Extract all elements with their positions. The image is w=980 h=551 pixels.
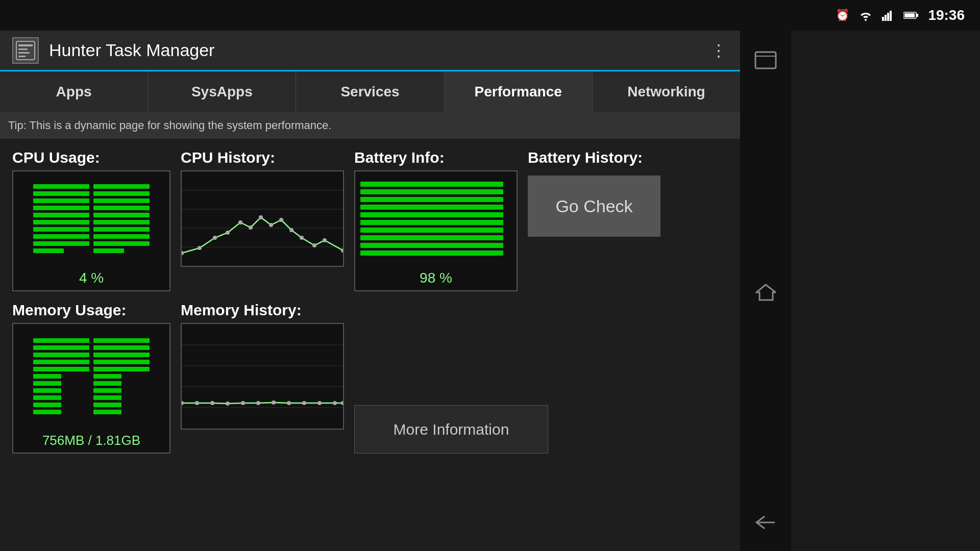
battery-info-section: Battery Info: 98 % <box>354 149 518 291</box>
title-bar: Hunter Task Manager ⋮ <box>0 31 740 71</box>
svg-point-29 <box>312 243 316 247</box>
battery-bar <box>360 220 503 225</box>
memory-bar <box>93 338 150 343</box>
cpu-percent: 4 % <box>13 266 169 290</box>
content: CPU Usage: <box>0 139 740 551</box>
svg-point-46 <box>317 401 322 405</box>
battery-info-widget: 98 % <box>354 170 518 291</box>
memory-bar <box>33 381 61 386</box>
memory-bar <box>33 338 89 343</box>
svg-rect-12 <box>18 56 26 57</box>
svg-point-41 <box>241 401 245 405</box>
svg-point-45 <box>302 401 306 405</box>
svg-point-30 <box>323 238 327 242</box>
cpu-history-section: CPU History: <box>181 149 344 291</box>
memory-value: 756MB / 1.81GB <box>13 429 169 453</box>
battery-icon <box>903 11 919 20</box>
battery-bar <box>360 235 503 240</box>
svg-point-42 <box>256 401 260 405</box>
memory-history-widget <box>181 323 344 430</box>
memory-bar <box>33 403 61 407</box>
app-area: Hunter Task Manager ⋮ Apps SysApps Servi… <box>0 31 740 551</box>
app-title: Hunter Task Manager <box>49 40 710 60</box>
battery-bar <box>360 228 503 233</box>
status-bar: ⏰ 19:36 <box>0 0 980 31</box>
svg-point-26 <box>279 218 283 222</box>
memory-bar <box>93 374 121 379</box>
memory-bar <box>93 381 121 386</box>
svg-point-25 <box>269 223 273 227</box>
tip-bar: Tip: This is a dynamic page for showing … <box>0 112 740 139</box>
memory-bar <box>33 353 89 357</box>
memory-bar <box>93 367 150 371</box>
cpu-bar <box>93 227 150 232</box>
tab-performance[interactable]: Performance <box>445 71 593 112</box>
alarm-icon: ⏰ <box>836 9 849 22</box>
tab-apps[interactable]: Apps <box>0 71 148 112</box>
memory-bar <box>33 345 89 350</box>
battery-bar <box>360 251 503 256</box>
cpu-usage-section: CPU Usage: <box>12 149 170 291</box>
battery-bar <box>360 205 503 210</box>
memory-usage-label: Memory Usage: <box>12 302 170 319</box>
status-time: 19:36 <box>928 7 965 23</box>
right-sidebar <box>740 31 791 551</box>
tab-sysapps[interactable]: SysApps <box>148 71 296 112</box>
svg-point-21 <box>226 231 230 235</box>
memory-bar <box>93 410 121 414</box>
cpu-bar <box>33 227 89 232</box>
svg-rect-6 <box>916 14 918 17</box>
memory-bar <box>33 360 89 364</box>
cpu-bar <box>93 191 150 196</box>
svg-rect-1 <box>882 17 884 21</box>
go-check-button[interactable]: Go Check <box>528 176 660 237</box>
memory-bar <box>33 410 61 414</box>
cpu-bar <box>93 206 150 210</box>
memory-usage-widget: 756MB / 1.81GB <box>12 323 170 454</box>
battery-bar <box>360 243 503 248</box>
battery-bar <box>360 189 503 194</box>
cpu-history-chart <box>182 171 343 266</box>
tip-text: Tip: This is a dynamic page for showing … <box>8 119 331 132</box>
svg-point-27 <box>289 228 293 232</box>
battery-info-label: Battery Info: <box>354 149 518 166</box>
cpu-bar <box>33 198 89 203</box>
more-info-button[interactable]: More Information <box>354 405 548 454</box>
signal-icon <box>882 10 894 21</box>
battery-bar <box>360 197 503 202</box>
memory-bar <box>93 345 150 350</box>
svg-rect-32 <box>182 324 343 429</box>
cpu-history-widget <box>181 170 344 267</box>
cpu-bar <box>33 184 89 189</box>
window-icon[interactable] <box>754 51 777 69</box>
cpu-bar <box>93 241 150 246</box>
cpu-bar <box>93 184 150 189</box>
svg-rect-3 <box>887 13 889 21</box>
cpu-bar <box>33 191 89 196</box>
svg-point-39 <box>210 401 214 405</box>
memory-usage-section: Memory Usage: <box>12 302 170 454</box>
memory-history-label: Memory History: <box>181 302 344 319</box>
memory-bar-group-2 <box>93 338 150 414</box>
memory-bar <box>93 388 121 393</box>
svg-point-19 <box>198 246 202 250</box>
cpu-bar <box>93 234 150 239</box>
svg-rect-9 <box>18 44 33 46</box>
home-icon[interactable] <box>755 282 776 302</box>
back-icon[interactable] <box>754 514 777 531</box>
battery-history-label: Battery History: <box>528 149 728 166</box>
memory-history-chart <box>182 324 343 429</box>
svg-rect-49 <box>755 52 776 68</box>
memory-history-svg <box>182 324 343 429</box>
tab-services[interactable]: Services <box>296 71 444 112</box>
memory-usage-chart <box>13 324 169 429</box>
cpu-history-svg <box>182 171 343 266</box>
memory-bar <box>33 367 89 371</box>
more-info-section: More Information <box>354 302 728 454</box>
svg-point-22 <box>238 220 242 224</box>
tab-networking[interactable]: Networking <box>593 71 740 112</box>
menu-button[interactable]: ⋮ <box>710 41 728 60</box>
svg-rect-4 <box>890 11 892 21</box>
cpu-bar <box>33 234 89 239</box>
cpu-bar-active <box>93 248 124 253</box>
